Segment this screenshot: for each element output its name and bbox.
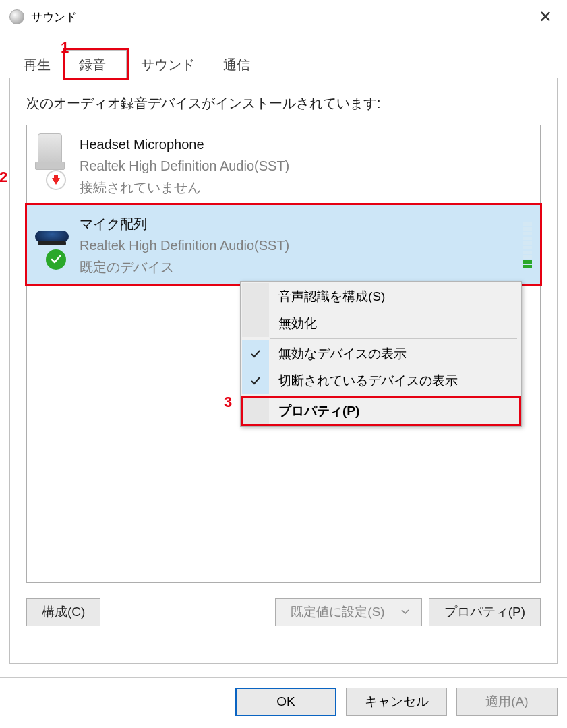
menu-check-col bbox=[242, 283, 269, 310]
configure-button[interactable]: 構成(C) bbox=[26, 598, 100, 626]
dialog-button-row: OK キャンセル 適用(A) bbox=[0, 678, 567, 716]
volume-level-meter bbox=[523, 214, 532, 268]
title-bar: サウンド ✕ bbox=[0, 0, 567, 31]
properties-button[interactable]: プロパティ(P) bbox=[429, 598, 541, 626]
device-status: 既定のデバイス bbox=[80, 256, 289, 278]
menu-label: 音声認識を構成(S) bbox=[269, 288, 520, 305]
tab-strip: 再生 録音 サウンド 通信 bbox=[9, 50, 567, 78]
device-name: マイク配列 bbox=[80, 213, 289, 235]
ok-button[interactable]: OK bbox=[235, 688, 336, 716]
device-driver: Realtek High Definition Audio(SST) bbox=[80, 155, 289, 177]
menu-check-col bbox=[242, 398, 269, 425]
menu-item-disable[interactable]: 無効化 bbox=[242, 310, 520, 337]
set-default-label: 既定値に設定(S) bbox=[291, 603, 384, 621]
menu-separator bbox=[270, 338, 517, 339]
device-item-selected[interactable]: マイク配列 Realtek High Definition Audio(SST)… bbox=[27, 205, 540, 284]
context-menu: 音声認識を構成(S) 無効化 無効なデバイスの表示 切断されているデバイスの表示 bbox=[240, 281, 522, 427]
checkmark-icon bbox=[242, 340, 269, 367]
device-text: Headset Microphone Realtek High Definiti… bbox=[80, 132, 289, 198]
annotation-2: 2 bbox=[0, 169, 7, 186]
default-badge-icon bbox=[46, 249, 66, 270]
menu-item-show-disconnected[interactable]: 切断されているデバイスの表示 bbox=[242, 367, 520, 394]
tab-communications[interactable]: 通信 bbox=[209, 50, 264, 78]
disconnected-badge-icon bbox=[46, 170, 66, 190]
device-list: Headset Microphone Realtek High Definiti… bbox=[26, 125, 541, 583]
menu-label: 無効なデバイスの表示 bbox=[269, 345, 520, 363]
menu-item-configure-speech[interactable]: 音声認識を構成(S) bbox=[242, 283, 520, 310]
annotation-3: 3 bbox=[224, 394, 232, 411]
apply-button: 適用(A) bbox=[456, 688, 558, 716]
menu-label: プロパティ(P) bbox=[269, 402, 520, 420]
window-title: サウンド bbox=[31, 9, 77, 25]
tab-content: 次のオーディオ録音デバイスがインストールされています: 2 Headset Mi… bbox=[9, 78, 558, 664]
tab-sound[interactable]: サウンド bbox=[127, 50, 209, 78]
device-text: マイク配列 Realtek High Definition Audio(SST)… bbox=[80, 212, 289, 278]
menu-separator bbox=[270, 396, 517, 396]
menu-label: 切断されているデバイスの表示 bbox=[269, 372, 520, 390]
device-status: 接続されていません bbox=[80, 177, 289, 198]
cancel-button[interactable]: キャンセル bbox=[346, 688, 447, 716]
device-name: Headset Microphone bbox=[80, 133, 289, 155]
chevron-down-icon bbox=[396, 599, 415, 626]
menu-item-properties[interactable]: プロパティ(P) bbox=[242, 398, 520, 425]
set-default-button: 既定値に設定(S) bbox=[275, 598, 421, 626]
menu-label: 無効化 bbox=[269, 315, 520, 332]
close-icon[interactable]: ✕ bbox=[532, 7, 559, 27]
tab-playback[interactable]: 再生 bbox=[9, 50, 65, 78]
menu-check-col bbox=[242, 310, 269, 337]
device-driver: Realtek High Definition Audio(SST) bbox=[80, 235, 289, 256]
menu-item-show-disabled[interactable]: 無効なデバイスの表示 bbox=[242, 340, 520, 367]
device-item[interactable]: Headset Microphone Realtek High Definiti… bbox=[27, 125, 540, 205]
instruction-text: 次のオーディオ録音デバイスがインストールされています: bbox=[26, 94, 541, 113]
device-icon bbox=[34, 212, 71, 266]
sound-window-icon bbox=[9, 9, 24, 24]
device-icon bbox=[34, 132, 71, 186]
annotation-1: 1 bbox=[61, 39, 69, 57]
checkmark-icon bbox=[242, 367, 269, 394]
tab-recording[interactable]: 録音 bbox=[65, 50, 127, 78]
